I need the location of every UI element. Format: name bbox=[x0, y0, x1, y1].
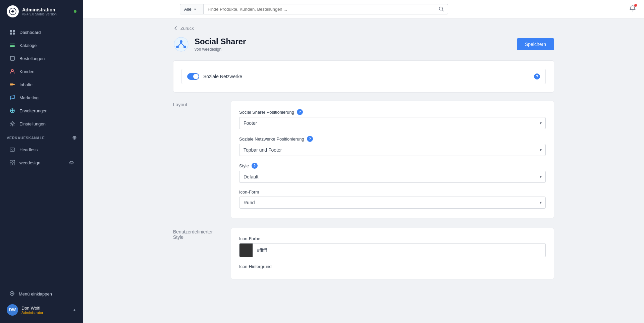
user-avatar: DW bbox=[7, 304, 18, 316]
icon-farbe-label: Icon-Farbe bbox=[239, 236, 260, 241]
svg-rect-21 bbox=[10, 160, 12, 162]
sidebar-bottom: Menü einklappen DW Don Wolfi Administrat… bbox=[0, 283, 83, 323]
svg-point-26 bbox=[71, 162, 72, 163]
icon-form-select[interactable]: Rund Eckig Oval bbox=[239, 197, 546, 209]
sidebar-item-erweiterungen[interactable]: Erweiterungen bbox=[3, 104, 80, 117]
notifications-button[interactable] bbox=[629, 5, 636, 13]
social-networks-toggle[interactable] bbox=[187, 73, 199, 80]
page-title: Social Sharer bbox=[195, 37, 246, 46]
style-select[interactable]: Default Minimal Bold bbox=[239, 171, 546, 183]
sales-channels-section: Verkaufskanäle ⊕ bbox=[0, 130, 83, 143]
svg-rect-7 bbox=[10, 46, 15, 47]
sidebar-item-einstellungen[interactable]: Einstellungen bbox=[3, 117, 80, 130]
netzwerke-positionierung-field: Soziale Netzwerke Positionierung ? Topba… bbox=[239, 136, 546, 156]
layout-section-label: Layout bbox=[173, 101, 220, 107]
svg-rect-6 bbox=[10, 45, 15, 46]
svg-point-18 bbox=[12, 123, 13, 125]
headless-label: Headless bbox=[19, 147, 38, 152]
sidebar-item-weedesign[interactable]: weedesign bbox=[3, 156, 80, 169]
netzwerke-positionierung-label-row: Soziale Netzwerke Positionierung ? bbox=[239, 136, 546, 142]
svg-rect-4 bbox=[13, 33, 15, 35]
icon-form-select-wrap: Rund Eckig Oval bbox=[239, 197, 546, 209]
icon-hintergrund-label-row: Icon-Hintergrund bbox=[239, 264, 546, 269]
style-help-icon[interactable]: ? bbox=[252, 163, 258, 169]
erweiterungen-icon bbox=[9, 108, 15, 114]
sidebar-item-bestellungen[interactable]: Bestellungen bbox=[3, 52, 80, 65]
search-filter-label: Alle bbox=[184, 7, 192, 12]
kataloge-label: Kataloge bbox=[19, 43, 37, 48]
svg-rect-2 bbox=[13, 30, 15, 32]
user-initials: DW bbox=[9, 308, 16, 312]
user-name: Don Wolfi bbox=[21, 306, 43, 311]
svg-rect-3 bbox=[10, 33, 12, 35]
search-icon[interactable] bbox=[439, 6, 444, 12]
svg-rect-10 bbox=[10, 83, 13, 84]
search-container: Alle ▾ bbox=[180, 4, 448, 14]
page-content: Zurück Social Sharer von weedes bbox=[83, 19, 644, 323]
collapse-menu-button[interactable]: Menü einklappen bbox=[3, 287, 80, 301]
einstellungen-icon bbox=[9, 121, 15, 127]
sidebar-item-headless[interactable]: Headless bbox=[3, 143, 80, 156]
positionierung-field: Social Sharer Positionierung ? Footer He… bbox=[239, 109, 546, 129]
search-filter-chevron: ▾ bbox=[194, 7, 196, 11]
svg-line-29 bbox=[442, 10, 444, 11]
collapse-label: Menü einklappen bbox=[19, 291, 52, 297]
search-input-wrap bbox=[203, 4, 448, 14]
user-role: Administrator bbox=[21, 311, 43, 315]
style-field: Style ? Default Minimal Bold bbox=[239, 163, 546, 183]
user-details: Don Wolfi Administrator bbox=[21, 306, 43, 315]
search-input[interactable] bbox=[208, 4, 439, 14]
social-networks-help-icon[interactable]: ? bbox=[534, 73, 540, 79]
save-button[interactable]: Speichern bbox=[517, 38, 554, 50]
kunden-label: Kunden bbox=[19, 69, 35, 74]
positionierung-label-row: Social Sharer Positionierung ? bbox=[239, 109, 546, 115]
sidebar-item-dashboard[interactable]: Dashboard bbox=[3, 26, 80, 39]
icon-farbe-swatch[interactable] bbox=[239, 244, 253, 257]
eye-icon[interactable] bbox=[69, 160, 74, 165]
sidebar-item-marketing[interactable]: Marketing bbox=[3, 91, 80, 104]
plugin-icon bbox=[173, 36, 189, 52]
back-label: Zurück bbox=[180, 26, 194, 31]
kataloge-icon bbox=[9, 42, 15, 48]
sidebar-item-kunden[interactable]: Kunden bbox=[3, 65, 80, 78]
netzwerke-positionierung-label: Soziale Netzwerke Positionierung bbox=[239, 137, 304, 142]
svg-rect-1 bbox=[10, 30, 12, 32]
icon-farbe-input[interactable] bbox=[253, 245, 545, 256]
search-filter-dropdown[interactable]: Alle ▾ bbox=[180, 4, 203, 14]
svg-rect-11 bbox=[10, 84, 15, 85]
netzwerke-positionierung-select[interactable]: Topbar und Footer Topbar Footer bbox=[239, 144, 546, 156]
positionierung-select[interactable]: Footer Header Sidebar bbox=[239, 117, 546, 129]
custom-style-section-label: Benutzerdefinierter Style bbox=[173, 228, 220, 240]
inhalte-label: Inhalte bbox=[19, 82, 33, 87]
kunden-icon bbox=[9, 68, 15, 74]
sidebar-item-kataloge[interactable]: Kataloge bbox=[3, 39, 80, 52]
topbar: Alle ▾ bbox=[83, 0, 644, 19]
erweiterungen-label: Erweiterungen bbox=[19, 108, 48, 113]
logo-area: Administration v6.4.9.0 Stable Version bbox=[0, 0, 83, 23]
layout-card: Social Sharer Positionierung ? Footer He… bbox=[231, 101, 554, 218]
icon-form-label: Icon-Form bbox=[239, 190, 259, 195]
svg-rect-12 bbox=[10, 86, 13, 86]
custom-style-section: Benutzerdefinierter Style Icon-Farbe bbox=[173, 228, 554, 281]
social-networks-toggle-row: Soziale Netzwerke ? bbox=[181, 69, 546, 84]
app-title: Administration bbox=[22, 7, 57, 12]
svg-point-31 bbox=[180, 40, 182, 43]
svg-rect-19 bbox=[10, 148, 15, 151]
logo-text: Administration v6.4.9.0 Stable Version bbox=[22, 7, 57, 16]
weedesign-label: weedesign bbox=[19, 160, 40, 165]
custom-style-card: Icon-Farbe Icon-Hintergrund bbox=[231, 228, 554, 279]
sidebar: Administration v6.4.9.0 Stable Version D… bbox=[0, 0, 83, 323]
icon-farbe-field: Icon-Farbe bbox=[239, 236, 546, 257]
sidebar-item-inhalte[interactable]: Inhalte bbox=[3, 78, 80, 91]
positionierung-help-icon[interactable]: ? bbox=[297, 109, 303, 115]
main-nav: Dashboard Kataloge Bestellungen bbox=[0, 23, 83, 283]
svg-rect-24 bbox=[13, 163, 15, 165]
add-channel-icon[interactable]: ⊕ bbox=[72, 134, 77, 141]
netzwerke-positionierung-help-icon[interactable]: ? bbox=[307, 136, 313, 142]
layout-section: Layout Social Sharer Positionierung ? Fo… bbox=[173, 101, 554, 220]
icon-farbe-label-row: Icon-Farbe bbox=[239, 236, 546, 241]
user-profile[interactable]: DW Don Wolfi Administrator ▲ bbox=[3, 301, 80, 319]
page-subtitle: von weedesign bbox=[195, 47, 246, 52]
headless-channel-icon bbox=[9, 147, 15, 153]
back-link[interactable]: Zurück bbox=[173, 25, 554, 31]
